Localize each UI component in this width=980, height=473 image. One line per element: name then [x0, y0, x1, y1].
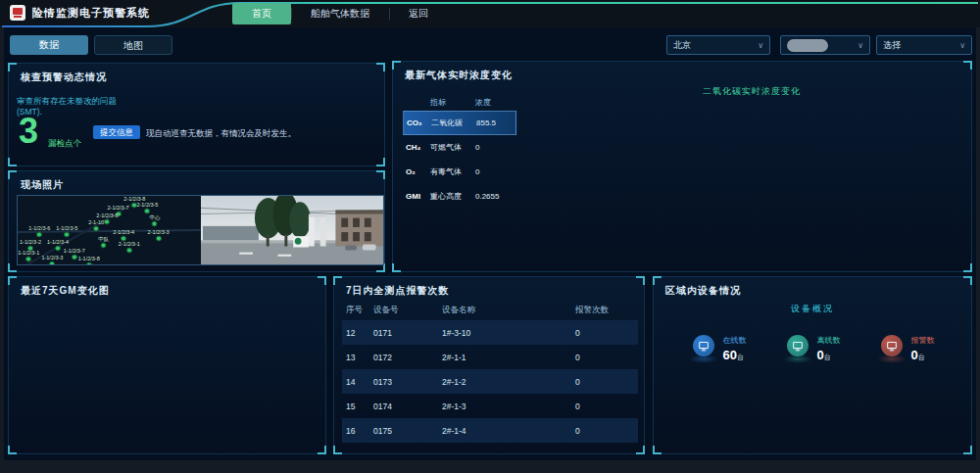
device-stat: 报警数0台: [879, 334, 935, 363]
device-status-icon: [785, 334, 810, 363]
device-no: 0175: [373, 426, 442, 436]
region-devices-panel: 区域内设备情况 设备概况 在线数60台离线数0台报警数0台: [653, 276, 972, 454]
tab-back[interactable]: 返回: [389, 3, 448, 24]
device-name: 2#-1-1: [442, 353, 562, 362]
sensor-marker-label: 2-1/2/3-7: [108, 204, 129, 210]
sensor-dot-icon: [36, 231, 42, 237]
region-select[interactable]: 北京 ∨: [666, 35, 770, 55]
sensor-marker[interactable]: 1-1/2/3-6: [28, 224, 50, 237]
panel-title: 最新气体实时浓度变化: [405, 69, 513, 82]
device-alarm-count: 0: [562, 377, 634, 387]
panel-corner: [376, 170, 385, 179]
sensor-marker-label: 中心: [149, 213, 160, 219]
gas-row[interactable]: O₂有毒气体0: [403, 160, 516, 184]
stat-value: 60台: [723, 348, 744, 362]
gas-name: 有毒气体: [430, 166, 475, 177]
device-no: 0174: [373, 402, 442, 411]
masked-select[interactable]: ∨: [780, 35, 870, 55]
gas-row[interactable]: GMI重心高度0.2655: [403, 184, 516, 209]
gas-row[interactable]: CO₂二氧化碳855.5: [403, 111, 516, 135]
sensor-marker-label: 1-1/2/3-4: [47, 238, 69, 244]
sensor-marker[interactable]: 2-1/2/3-3: [148, 228, 170, 241]
gas-name: 可燃气体: [430, 142, 475, 153]
sensor-dot-icon: [101, 242, 107, 248]
panel-corner: [392, 61, 401, 70]
col-alarm-count: 报警次数: [562, 305, 634, 316]
data-button[interactable]: 数据: [10, 35, 88, 55]
gas-code: GMI: [403, 192, 430, 201]
sensor-marker[interactable]: 2-1-10: [88, 219, 104, 232]
device-alarm-panel: 7日内全测点报警次数 序号 设备号 设备名称 报警次数 1201711#-3-1…: [333, 276, 645, 454]
device-row[interactable]: 1301722#-1-10: [342, 345, 638, 369]
chevron-down-icon: ∨: [858, 41, 863, 50]
gas-code: O₂: [403, 167, 430, 176]
site-photo[interactable]: [201, 196, 384, 264]
device-row[interactable]: 1501742#-1-30: [342, 394, 638, 418]
masked-value: [787, 39, 828, 52]
submit-info-button[interactable]: 提交信息: [93, 125, 140, 139]
panel-corner: [653, 276, 662, 285]
top-header: 险情监测电子预警系统 首页 船舶气体数据 返回: [0, 0, 980, 27]
sensor-marker[interactable]: 1-1/2/3-3: [41, 254, 63, 264]
main-area: 数据 地图 北京 ∨ ∨ 选择 ∨ 核查预警动态情况 审查所有存在未整改的问题 …: [4, 27, 976, 460]
sensor-marker-label: 2-1/2/3-8: [123, 196, 145, 201]
choose-select[interactable]: 选择 ∨: [876, 35, 972, 55]
sensor-marker-label: 1-1/2/3-6: [28, 224, 50, 230]
gas-value: 0: [475, 143, 514, 152]
site-photo-panel: 现场照片 2-1/2/3-82-1/2/3-72-1/2/3-5中心2-1/2/…: [8, 170, 385, 272]
device-row[interactable]: 1201711#-3-100: [342, 320, 638, 345]
choose-select-value: 选择: [883, 39, 901, 52]
gas-row[interactable]: CH₄可燃气体0: [403, 135, 516, 160]
gas-table-header: 指标 浓度: [403, 93, 516, 111]
panel-corner: [963, 61, 972, 70]
sensor-dot-icon: [86, 262, 92, 264]
tab-ship-gas-data[interactable]: 船舶气体数据: [291, 3, 389, 24]
stat-unit: 台: [824, 354, 831, 360]
sensor-marker[interactable]: 中心: [149, 213, 160, 226]
sensor-dot-icon: [152, 220, 158, 226]
panel-corner: [636, 446, 645, 454]
device-stat: 离线数0台: [785, 334, 841, 363]
device-row[interactable]: 1601752#-1-40: [342, 418, 638, 443]
panel-corner: [8, 276, 17, 285]
panel-corner: [8, 63, 17, 71]
panel-title: 7日内全测点报警次数: [346, 284, 450, 298]
device-index: 16: [342, 426, 373, 436]
gas-table-body: CO₂二氧化碳855.5CH₄可燃气体0O₂有毒气体0GMI重心高度0.2655: [403, 111, 516, 209]
street-scene: [201, 196, 384, 264]
device-alarm-count: 0: [562, 402, 634, 411]
sensor-marker-label: 1-1/2/3-1: [18, 249, 39, 255]
gm-panel: 最近7天GM变化图: [8, 276, 326, 454]
panel-corner: [8, 263, 17, 272]
sensor-marker[interactable]: 2-1/2/3-1: [119, 240, 140, 253]
co2-trend-chart[interactable]: [540, 99, 963, 267]
sensor-marker[interactable]: 1-1/2/3-8: [78, 256, 100, 264]
col-device-name: 设备名称: [442, 305, 562, 316]
col-index: 序号: [342, 305, 373, 316]
device-row[interactable]: 1401732#-1-20: [342, 369, 638, 394]
device-stat: 在线数60台: [691, 334, 747, 363]
co2-chart-title: 二氧化碳实时浓度变化: [540, 85, 963, 98]
alarm-summary-panel: 核查预警动态情况 审查所有存在未整改的问题 (SMT). 3 漏检点个 提交信息…: [8, 63, 385, 166]
stat-label: 离线数: [817, 335, 841, 346]
sensor-marker[interactable]: 2-1/2/3-5: [136, 201, 158, 213]
sensor-marker[interactable]: 1-1/2/3-5: [56, 224, 77, 237]
tab-home[interactable]: 首页: [232, 3, 291, 24]
sensor-marker-label: 1-1/2/3-3: [41, 254, 63, 260]
alarm-description-line1: 审查所有存在未整改的问题: [17, 96, 117, 106]
panel-title: 最近7天GM变化图: [21, 284, 110, 298]
sensor-dot-icon: [126, 247, 132, 253]
panel-title: 现场照片: [21, 178, 64, 192]
device-name: 2#-1-4: [442, 426, 562, 436]
sensor-marker[interactable]: 1-1/2/3-1: [18, 249, 39, 261]
map-button[interactable]: 地图: [94, 35, 172, 55]
sensor-marker-label: 2-1/2/3-1: [119, 240, 140, 246]
device-no: 0171: [373, 328, 442, 338]
sensor-map[interactable]: 2-1/2/3-82-1/2/3-72-1/2/3-5中心2-1/2/3-62-…: [18, 196, 201, 264]
nav-tabs: 首页 船舶气体数据 返回: [232, 3, 448, 24]
sensor-marker[interactable]: 中队: [98, 235, 109, 248]
device-overview-subtitle: 设备概况: [654, 303, 971, 315]
gas-value: 0: [475, 167, 514, 176]
stat-value: 0台: [911, 348, 925, 362]
gm-spikes-chart[interactable]: [15, 305, 321, 448]
